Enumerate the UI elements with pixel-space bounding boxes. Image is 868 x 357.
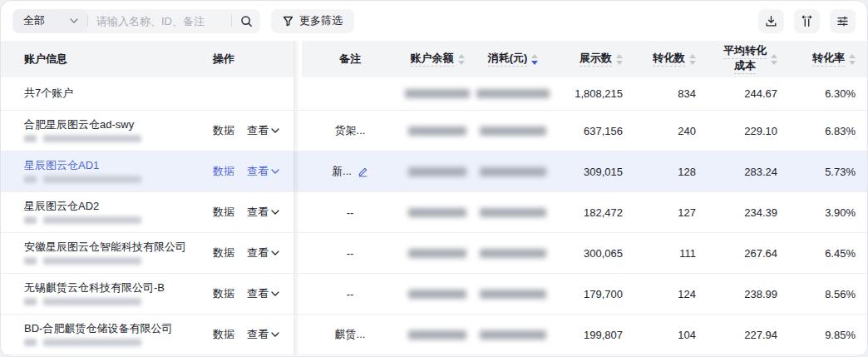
sort-icon-active-desc[interactable] bbox=[531, 54, 538, 65]
sort-icon[interactable] bbox=[849, 54, 856, 65]
summary-row: 共7个账户 1,808,215 834 244.67 6.30% bbox=[1, 77, 867, 111]
header-label: 操作 bbox=[213, 52, 234, 67]
account-id-blurred bbox=[24, 176, 141, 183]
display-settings-button[interactable] bbox=[830, 9, 856, 33]
account-name-link[interactable]: 星辰图云仓AD2 bbox=[24, 201, 99, 213]
balance-value-blurred bbox=[408, 126, 466, 136]
data-link[interactable]: 数据 bbox=[213, 164, 234, 179]
header-conversions-sort[interactable]: 转化数 bbox=[623, 41, 696, 77]
avg-cost-value: 234.39 bbox=[696, 192, 777, 232]
toolbar-actions bbox=[758, 9, 856, 33]
search-icon bbox=[240, 15, 253, 27]
search-button[interactable] bbox=[232, 9, 260, 33]
header-label: 转化数 bbox=[653, 52, 685, 67]
table-row[interactable]: 无锡麒赁云仓科技有限公司-B 数据 查看 -- 179,700 124 238.… bbox=[1, 274, 867, 315]
chevron-down-icon[interactable] bbox=[271, 128, 279, 133]
data-link[interactable]: 数据 bbox=[213, 123, 234, 138]
account-name-link[interactable]: 无锡麒赁云仓科技有限公司-B bbox=[24, 282, 165, 295]
filter-funnel-icon bbox=[283, 16, 293, 27]
summary-cvr: 6.30% bbox=[777, 77, 856, 110]
table-row[interactable]: 安徽星辰图云仓智能科技有限公司 数据 查看 -- 300,065 111 267… bbox=[1, 233, 867, 274]
view-link[interactable]: 查看 bbox=[247, 205, 269, 220]
search-group: 全部 bbox=[12, 9, 260, 33]
balance-value-blurred bbox=[408, 290, 466, 299]
header-balance-sort[interactable]: 账户余额 bbox=[398, 41, 476, 77]
view-link[interactable]: 查看 bbox=[247, 286, 269, 301]
account-id-blurred bbox=[24, 135, 141, 142]
account-cell: 星辰图云仓AD1 bbox=[1, 151, 187, 191]
chevron-down-icon[interactable] bbox=[271, 210, 279, 215]
summary-avg-cost: 244.67 bbox=[696, 77, 777, 110]
header-impressions-sort[interactable]: 展示数 bbox=[550, 41, 623, 77]
operations-cell: 数据 查看 bbox=[187, 192, 293, 232]
row-pad bbox=[856, 111, 868, 151]
search-input[interactable] bbox=[88, 9, 231, 33]
header-avg-cost-sort[interactable]: 平均转化 成本 bbox=[696, 41, 777, 77]
account-name-link[interactable]: 星辰图云仓AD1 bbox=[24, 160, 99, 172]
data-link[interactable]: 数据 bbox=[213, 205, 234, 220]
scope-select[interactable]: 全部 bbox=[12, 9, 87, 33]
summary-count-label: 共7个账户 bbox=[24, 87, 73, 100]
table-row[interactable]: 星辰图云仓AD1 数据 查看 新... 309,015 128 283.24 5… bbox=[1, 151, 867, 192]
header-account-info: 账户信息 bbox=[1, 41, 187, 77]
account-name-link[interactable]: BD-合肥麒赁仓储设备有限公司 bbox=[24, 323, 172, 335]
header-label: 账户信息 bbox=[24, 52, 67, 67]
balance-cell bbox=[398, 192, 476, 232]
sort-icon[interactable] bbox=[689, 54, 696, 65]
remark-cell: 新... bbox=[302, 151, 398, 191]
sort-icon[interactable] bbox=[771, 54, 777, 65]
remark-text: -- bbox=[347, 206, 354, 219]
account-cell: 无锡麒赁云仓科技有限公司-B bbox=[1, 274, 187, 314]
data-link[interactable]: 数据 bbox=[213, 327, 234, 342]
remark-text: 麒赁... bbox=[335, 327, 366, 342]
table-row[interactable]: 星辰图云仓AD2 数据 查看 -- 182,472 127 234.39 3.9… bbox=[1, 192, 867, 233]
chevron-down-icon[interactable] bbox=[271, 250, 279, 255]
table-row[interactable]: 合肥星辰图云仓ad-swy 数据 查看 货架... 637,156 240 22… bbox=[1, 111, 867, 151]
header-cvr-sort[interactable]: 转化率 bbox=[777, 41, 856, 77]
remark-cell: 麒赁... bbox=[302, 315, 398, 355]
view-link[interactable]: 查看 bbox=[247, 164, 269, 179]
remark-text: -- bbox=[347, 288, 354, 300]
column-settings-button[interactable] bbox=[794, 9, 820, 33]
account-cell: BD-合肥麒赁仓储设备有限公司 bbox=[1, 315, 187, 355]
view-link[interactable]: 查看 bbox=[247, 327, 269, 342]
remark-cell: -- bbox=[302, 192, 398, 232]
download-icon bbox=[765, 15, 777, 27]
cvr-value: 5.73% bbox=[777, 151, 856, 191]
consume-cell bbox=[476, 233, 550, 273]
data-link[interactable]: 数据 bbox=[213, 245, 234, 260]
header-consume-sort[interactable]: 消耗(元) bbox=[476, 41, 550, 77]
summary-impressions: 1,808,215 bbox=[550, 77, 623, 110]
impressions-value: 309,015 bbox=[550, 151, 623, 191]
account-name-link[interactable]: 合肥星辰图云仓ad-swy bbox=[24, 119, 134, 131]
consume-cell bbox=[476, 192, 550, 232]
balance-value-blurred bbox=[408, 249, 466, 258]
download-button[interactable] bbox=[758, 9, 784, 33]
balance-cell bbox=[398, 111, 476, 151]
account-name-link[interactable]: 安徽星辰图云仓智能科技有限公司 bbox=[24, 241, 186, 254]
data-link[interactable]: 数据 bbox=[213, 286, 234, 301]
chevron-down-icon[interactable] bbox=[271, 332, 279, 337]
table-row[interactable]: BD-合肥麒赁仓储设备有限公司 数据 查看 麒赁... 199,807 104 … bbox=[1, 315, 867, 355]
consume-value-blurred bbox=[480, 249, 546, 258]
summary-account-cell: 共7个账户 bbox=[1, 77, 187, 110]
view-link[interactable]: 查看 bbox=[247, 123, 269, 138]
summary-conversions: 834 bbox=[623, 77, 696, 110]
avg-cost-value: 238.99 bbox=[696, 274, 777, 314]
view-link[interactable]: 查看 bbox=[247, 245, 269, 260]
chevron-down-icon[interactable] bbox=[271, 169, 279, 174]
avg-cost-value: 267.64 bbox=[696, 233, 777, 273]
sort-icon[interactable] bbox=[458, 54, 465, 65]
chevron-down-icon[interactable] bbox=[271, 291, 279, 296]
fixed-column-shadow bbox=[293, 41, 302, 77]
balance-value-blurred bbox=[405, 89, 470, 98]
account-cell: 星辰图云仓AD2 bbox=[1, 192, 187, 232]
cvr-value: 9.85% bbox=[777, 315, 856, 355]
more-filters-button[interactable]: 更多筛选 bbox=[271, 9, 354, 33]
edit-remark-icon[interactable] bbox=[358, 166, 368, 177]
operations-cell: 数据 查看 bbox=[187, 151, 293, 191]
sort-icon[interactable] bbox=[616, 54, 623, 65]
fixed-column-shadow bbox=[293, 233, 302, 273]
fixed-column-shadow bbox=[293, 274, 302, 314]
table-body: 共7个账户 1,808,215 834 244.67 6.30% 合肥星辰图云仓… bbox=[1, 77, 867, 355]
